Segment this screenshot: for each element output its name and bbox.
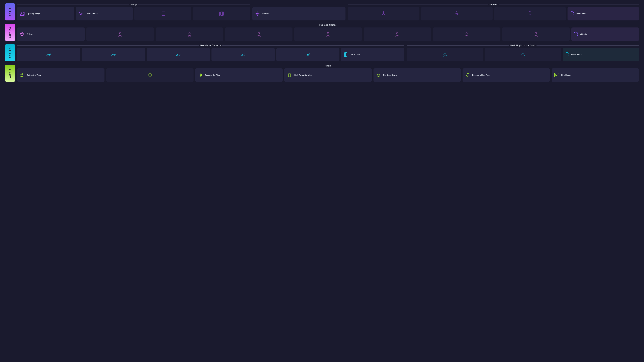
bgci-card-5[interactable] — [276, 48, 340, 61]
bgci-icon-3 — [175, 52, 181, 58]
break-into-2-icon — [570, 11, 574, 16]
act2b-label: ACT 2B — [5, 44, 15, 61]
debate-card-3[interactable] — [494, 7, 566, 20]
finale-card-empty-1[interactable] — [106, 68, 194, 82]
debate-icon-1 — [380, 11, 386, 17]
opening-image-icon — [19, 11, 25, 17]
dig-deep-down-card[interactable]: Dig Deep Down — [374, 68, 461, 82]
break-into-2-label: Break Into 2 — [576, 12, 586, 15]
act2a-label: ACT 2A — [5, 24, 15, 41]
gather-the-team-label: Gather the Team — [27, 74, 41, 76]
svg-point-53 — [20, 74, 21, 75]
svg-point-3 — [80, 13, 82, 14]
midpoint-label: Midpoint — [580, 33, 588, 35]
final-image-label: Final Image — [561, 74, 572, 76]
high-tower-surprise-label: High Tower Surprise — [294, 74, 312, 76]
act2b-content: Bad Guys Close In — [17, 44, 639, 61]
svg-point-41 — [258, 32, 260, 34]
svg-point-46 — [47, 55, 48, 56]
svg-point-42 — [327, 32, 329, 34]
break-into-2-card[interactable]: Break Into 2 — [568, 7, 639, 20]
bgci-card-4[interactable] — [212, 48, 274, 61]
execute-new-plan-card[interactable]: Execute a New Plan — [462, 68, 550, 82]
bgci-card-3[interactable] — [147, 48, 210, 61]
execute-the-plan-card[interactable]: Execute the Plan — [195, 68, 282, 82]
setup-card-4[interactable] — [193, 7, 250, 20]
svg-point-56 — [199, 74, 202, 76]
fg-card-5[interactable] — [364, 27, 431, 41]
execute-the-plan-label: Execute the Plan — [205, 74, 220, 76]
bgci-card-1[interactable] — [17, 48, 80, 61]
setup-card-3[interactable] — [134, 7, 191, 20]
catalyst-card[interactable]: Catalyst — [252, 7, 346, 20]
act3-content: Finale — [17, 65, 639, 82]
bgci-icon-5 — [305, 52, 311, 58]
all-is-lost-icon — [343, 52, 349, 58]
svg-point-44 — [466, 32, 468, 34]
b-story-icon — [19, 31, 25, 37]
break-into-3-card[interactable]: Break Into 3 — [563, 48, 639, 61]
fg-card-6[interactable] — [433, 27, 500, 41]
debate-card-1[interactable] — [348, 7, 419, 20]
act2a-content: Fun and Games B Story — [17, 24, 639, 41]
setup-icon-3 — [160, 11, 166, 17]
bgci-icon-1 — [46, 52, 52, 58]
svg-point-2 — [23, 12, 24, 13]
fg-icon-3 — [256, 31, 262, 37]
fun-and-games-header: Fun and Games — [17, 24, 639, 26]
svg-point-34 — [23, 33, 24, 34]
final-image-icon — [554, 72, 560, 78]
act3-label: ACT 3 — [5, 65, 15, 82]
break-into-3-label: Break Into 3 — [571, 53, 582, 56]
bgci-icon-4 — [240, 52, 246, 58]
svg-line-10 — [82, 12, 82, 13]
svg-point-38 — [189, 32, 190, 34]
svg-point-67 — [469, 74, 470, 74]
fg-icon-1 — [117, 31, 123, 37]
finale-header: Finale — [17, 65, 639, 67]
debate-cards: Break Into 2 — [348, 7, 639, 20]
dnots-card-2[interactable] — [485, 48, 561, 61]
dnots-icon-2 — [520, 52, 526, 58]
svg-point-45 — [535, 32, 537, 34]
debate-card-2[interactable] — [421, 7, 492, 20]
fg-icon-5 — [394, 31, 400, 37]
svg-rect-18 — [220, 12, 224, 15]
all-is-lost-label: All is Lost — [351, 53, 360, 56]
svg-line-8 — [79, 12, 80, 13]
opening-image-card[interactable]: Opening Image — [17, 7, 74, 20]
fg-icon-7 — [533, 31, 539, 37]
act1-row: ACT 1 Setup — [5, 3, 639, 20]
theme-stated-card[interactable]: Theme Stated — [76, 7, 133, 20]
b-story-card[interactable]: B Story — [17, 27, 85, 41]
fg-card-2[interactable] — [156, 27, 223, 41]
debate-icon-2 — [454, 11, 460, 17]
all-is-lost-card[interactable]: All is Lost — [341, 48, 404, 61]
dnots-card-1[interactable] — [407, 48, 483, 61]
fg-card-4[interactable] — [294, 27, 362, 41]
theme-stated-label: Theme Stated — [86, 12, 98, 15]
final-image-card[interactable]: Final Image — [552, 68, 639, 82]
act2b-row: ACT 2B Bad Guys Close In — [5, 44, 639, 61]
fg-card-3[interactable] — [225, 27, 292, 41]
dnots-icon-1 — [442, 52, 448, 58]
fg-card-7[interactable] — [502, 27, 570, 41]
setup-header: Setup — [17, 3, 250, 6]
setup-cards: Opening Image — [17, 7, 250, 20]
fun-and-games-cards: B Story — [17, 27, 639, 41]
gather-the-team-card[interactable]: Gather the Team — [17, 68, 104, 82]
bgci-card-2[interactable] — [82, 48, 145, 61]
act3-row: ACT 3 Finale — [5, 65, 639, 82]
svg-point-54 — [23, 74, 24, 75]
finale-icon-empty-1 — [147, 72, 153, 78]
dnots-header: Dark Night of the Soul — [407, 44, 639, 47]
svg-point-33 — [20, 33, 21, 34]
debate-header: Debate — [348, 3, 639, 6]
opening-image-label: Opening Image — [27, 12, 40, 15]
high-tower-surprise-card[interactable]: High Tower Surprise — [284, 68, 372, 82]
debate-icon-3 — [527, 11, 533, 17]
svg-point-26 — [257, 13, 258, 14]
gather-the-team-icon — [19, 72, 25, 78]
fg-card-1[interactable] — [86, 27, 154, 41]
midpoint-card[interactable]: Midpoint — [572, 27, 639, 41]
